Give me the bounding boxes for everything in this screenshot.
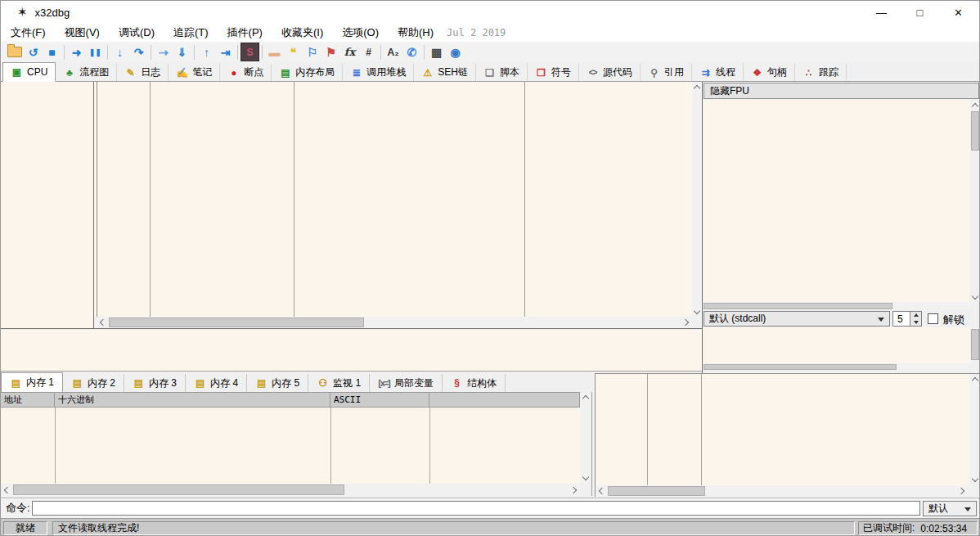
registers-vertical-scrollbar[interactable] [970,100,980,302]
scroll-down-button[interactable] [692,306,702,317]
disassembly-horizontal-scrollbar[interactable] [97,317,692,328]
arguments-vertical-scrollbar[interactable] [970,327,980,363]
run-button[interactable]: ➜ [67,43,86,61]
calculator-button[interactable]: ▦ [427,43,446,61]
registers-horizontal-scrollbar[interactable] [703,302,970,310]
tab-log[interactable]: ✎日志 [117,64,169,81]
tab-handles[interactable]: ❖句柄 [744,64,795,81]
tab-locals[interactable]: [x=]局部变量 [370,374,443,392]
calling-convention-combobox[interactable]: 默认 (stdcall) [704,311,890,327]
tab-watch-1[interactable]: ⚇监视 1 [308,374,370,392]
stack-vertical-scrollbar[interactable] [969,374,980,485]
scrollbar-thumb[interactable] [13,484,344,495]
tab-breakpoints[interactable]: ●断点 [220,64,272,81]
patch-button[interactable]: ▬ [265,43,284,61]
tab-dump-2[interactable]: ▤内存 2 [63,374,124,392]
command-input[interactable] [32,501,920,516]
close-button[interactable]: ✕ [939,1,978,24]
menu-help[interactable]: 帮助(H) [390,24,441,42]
tab-notes[interactable]: ✍笔记 [169,64,220,81]
scrollbar-thumb[interactable] [704,364,897,370]
tab-dump-5[interactable]: ▤内存 5 [247,374,308,392]
scrollbar-thumb[interactable] [971,111,979,151]
step-over-button[interactable]: ↷ [129,43,148,61]
step-into-button[interactable]: ↓ [110,43,129,61]
unlock-checkbox[interactable] [928,313,938,324]
tab-dump-4[interactable]: ▤内存 4 [186,374,247,392]
info-box-pane[interactable] [1,330,702,371]
hash-button[interactable]: # [359,43,378,61]
tab-dump-1[interactable]: ▤内存 1 [1,372,63,392]
tab-graph[interactable]: ♣流程图 [56,64,117,81]
pause-button[interactable]: ❚❚ [86,43,105,61]
scylla-button[interactable]: S [241,43,259,61]
trace-over-button[interactable]: ⇓ [173,43,191,61]
comment-button[interactable]: ❝ [284,43,303,61]
dump-horizontal-scrollbar[interactable] [1,484,580,496]
run-to-user-code-button[interactable]: ⇥ [216,43,235,61]
tab-source[interactable]: <>源代码 [579,64,641,81]
menu-favourites[interactable]: 收藏夹(I) [274,24,330,42]
scroll-up-button[interactable] [580,392,591,403]
stack-horizontal-scrollbar[interactable] [596,485,980,497]
globe-button[interactable]: ◉ [446,43,465,61]
scroll-right-button[interactable] [569,484,580,496]
function-button[interactable]: fx [340,43,359,61]
strings-button[interactable]: A₂ [384,43,402,61]
tab-memory-map[interactable]: ▤内存布局 [272,64,343,81]
command-profile-combobox[interactable]: 默认 [923,501,977,516]
registers-pane[interactable] [703,100,970,302]
tab-call-stack[interactable]: ≣调用堆栈 [343,64,414,81]
argument-count-spinner[interactable]: 5 [892,311,922,327]
stack-pane[interactable] [596,374,969,485]
spin-down-button[interactable] [910,319,921,327]
open-file-button[interactable] [5,43,24,61]
tab-symbols[interactable]: ❒符号 [528,64,579,81]
tab-trace-view[interactable]: ∴跟踪 [795,64,847,81]
dump-content-pane[interactable] [1,408,580,484]
phone-arrow-button[interactable]: ✆ [402,43,421,61]
minimize-button[interactable]: — [862,1,901,24]
menu-plugins[interactable]: 插件(P) [220,24,270,42]
scroll-right-button[interactable] [681,317,692,328]
trace-into-button[interactable]: ⇢ [154,43,173,61]
scrollbar-thumb[interactable] [608,486,705,496]
tab-struct[interactable]: §结构体 [443,374,506,392]
tab-references[interactable]: ⚲引用 [641,64,692,81]
disassembly-gutter-pane[interactable] [1,82,93,329]
tab-cpu[interactable]: ▣CPU [2,62,56,82]
menu-options[interactable]: 选项(O) [335,24,386,42]
spin-up-button[interactable] [910,312,921,319]
scroll-left-button[interactable] [1,484,12,496]
scroll-down-button[interactable] [970,291,980,302]
scroll-left-button[interactable] [97,317,108,328]
stop-button[interactable]: ■ [43,43,61,61]
arguments-pane[interactable] [703,327,970,363]
disassembly-vertical-scrollbar[interactable] [692,82,702,317]
scroll-down-button[interactable] [969,474,980,485]
maximize-button[interactable]: □ [901,1,939,24]
bookmark-button[interactable]: ⚑ [321,43,340,61]
tab-seh-chain[interactable]: ⚠SEH链 [414,64,476,81]
label-button[interactable]: ⚐ [303,43,321,61]
scroll-left-button[interactable] [596,485,607,497]
scroll-up-button[interactable] [969,374,980,385]
scrollbar-thumb[interactable] [971,329,979,360]
hide-fpu-button[interactable]: 隐藏FPU [704,83,979,99]
tab-threads[interactable]: ⇉线程 [692,64,744,81]
menu-view[interactable]: 视图(V) [57,24,107,42]
menu-debug[interactable]: 调试(D) [111,24,162,42]
disassembly-pane[interactable] [94,82,692,317]
scroll-down-button[interactable] [580,472,591,484]
scroll-right-button[interactable] [956,485,968,497]
tab-script[interactable]: ❏脚本 [476,64,528,81]
arguments-horizontal-scrollbar[interactable] [703,363,970,371]
scrollbar-thumb[interactable] [704,303,892,309]
dump-vertical-scrollbar[interactable] [580,392,591,484]
menu-file[interactable]: 文件(F) [3,24,53,42]
scroll-up-button[interactable] [692,82,702,92]
restart-button[interactable]: ↺ [24,43,43,61]
scrollbar-thumb[interactable] [109,318,364,327]
scroll-up-button[interactable] [970,100,980,110]
menu-trace[interactable]: 追踪(T) [166,24,216,42]
